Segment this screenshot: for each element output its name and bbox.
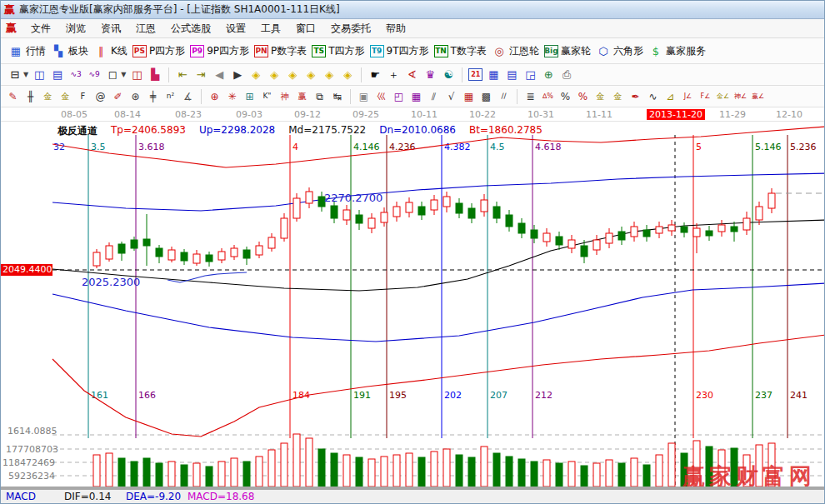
target-red-button[interactable]: ⊕ xyxy=(208,89,222,104)
p-number-table-button[interactable]: PNP数字表 xyxy=(254,44,307,58)
j-angle-button[interactable]: J∠ xyxy=(681,89,695,104)
scale-tool-button[interactable]: ≣ xyxy=(523,89,538,104)
menu-item-6[interactable]: 工具 xyxy=(253,19,288,38)
menu-item-0[interactable]: 文件 xyxy=(23,19,58,38)
next-bar-button[interactable]: ▶ xyxy=(230,67,245,82)
flag-pen-button[interactable]: ✒ xyxy=(628,89,642,104)
percent-button[interactable]: % xyxy=(558,89,572,104)
spiral-button[interactable]: @ xyxy=(93,89,108,104)
check-line-button[interactable]: √ xyxy=(444,89,458,104)
kline-chart-canvas[interactable]: 3.51613.61816641844.1461914.2361954.3822… xyxy=(1,122,825,487)
menu-item-2[interactable]: 资讯 xyxy=(93,19,128,38)
t9-square-button[interactable]: T99T四方形 xyxy=(370,44,429,58)
kline-button[interactable]: ∥K线 xyxy=(93,43,128,58)
menu-item-4[interactable]: 公式选股 xyxy=(163,19,218,38)
menu-item-5[interactable]: 设置 xyxy=(218,19,253,38)
percent-line-button[interactable]: % xyxy=(576,89,590,104)
shift-right-button[interactable]: ◈ xyxy=(267,67,282,82)
compass-circle-button[interactable]: ⊛ xyxy=(128,89,142,104)
wave-angle-button[interactable]: ∿ xyxy=(646,89,660,104)
sector-blocks-button[interactable]: ▚板块 xyxy=(51,43,88,58)
angle-lines-button[interactable]: ⫽ xyxy=(427,89,441,104)
menu-item-3[interactable]: 江恩 xyxy=(128,19,163,38)
expand-all-button[interactable]: ◈ xyxy=(322,67,337,82)
calendar-button[interactable]: 21 xyxy=(468,68,482,81)
k-quote-button[interactable]: K" xyxy=(260,89,274,104)
hexagon-button[interactable]: ⬡六角形 xyxy=(596,43,643,58)
gann-daycount-label: 230 xyxy=(696,390,713,401)
menu-item-9[interactable]: 帮助 xyxy=(378,19,413,38)
gold-angle-button[interactable]: 金∠ xyxy=(716,89,730,104)
t-number-table-button[interactable]: TNT数字表 xyxy=(434,44,487,58)
volume-profile-button[interactable]: ▙ xyxy=(148,67,162,82)
shift-left-button[interactable]: ◈ xyxy=(248,67,263,82)
f-ruler-button[interactable]: F xyxy=(76,89,90,104)
god-grid-button[interactable]: 神 xyxy=(278,89,292,104)
slant-lines-button[interactable]: ∕∕ xyxy=(497,89,511,104)
grid-red-button[interactable]: ▦ xyxy=(462,89,476,104)
analysis-globe-button[interactable]: ⊕ xyxy=(541,67,556,82)
gold-line-button[interactable]: 金 xyxy=(611,89,625,104)
calculator-button[interactable]: ▦ xyxy=(486,67,501,82)
go-first-button[interactable]: ⇤ xyxy=(175,67,190,82)
single-candle-dropdown[interactable]: ◻▼ xyxy=(105,67,126,82)
volume-bar xyxy=(118,458,125,487)
wave-9-button[interactable]: ∿9 xyxy=(87,67,102,82)
menu-item-1[interactable]: 浏览 xyxy=(58,19,93,38)
chart-area[interactable]: 3.51613.61816641844.1461914.2361954.3822… xyxy=(1,122,825,487)
gann-magic-button[interactable]: ♛ xyxy=(422,67,438,82)
win-angle-button[interactable]: 赢∠ xyxy=(751,89,765,104)
save-button[interactable]: ◲ xyxy=(522,67,538,82)
fan-grid-button[interactable]: ▦ xyxy=(409,89,423,104)
win-grid-button[interactable]: 赢 xyxy=(295,89,309,104)
grid-black-button[interactable]: ▩ xyxy=(479,89,493,104)
notes-button[interactable]: ▤ xyxy=(504,67,519,82)
t-square-button[interactable]: TST四方形 xyxy=(312,44,364,58)
angle-measure-button[interactable]: ∢ xyxy=(404,67,419,82)
pen-target-button[interactable]: ✐ xyxy=(111,89,125,104)
gann-wheel-button[interactable]: ◎江恩轮 xyxy=(492,43,539,58)
compress-horizontal-button[interactable]: ◈ xyxy=(303,67,318,82)
prev-bar-button[interactable]: ◀ xyxy=(212,67,227,82)
compress-all-button[interactable]: ◈ xyxy=(340,67,355,82)
brain-analysis-button[interactable]: ☯ xyxy=(441,67,456,82)
target-web-button[interactable]: ✳ xyxy=(225,89,239,104)
tick-ruler-button[interactable]: ╫ xyxy=(23,89,38,104)
menu-item-8[interactable]: 交易委托 xyxy=(323,19,378,38)
n-squared-button[interactable]: n² xyxy=(163,89,178,104)
frame-tool-button[interactable]: ▣ xyxy=(357,89,371,104)
pattern-overlay-button[interactable]: ◫ xyxy=(32,67,47,82)
volume-bar xyxy=(243,462,250,487)
pattern-red-button[interactable]: ◫ xyxy=(129,67,144,82)
gold-gate1-button[interactable]: 金 xyxy=(41,89,55,104)
info-panel-button[interactable]: ▤ xyxy=(50,67,65,82)
status-macd-value: MACD=18.68 xyxy=(188,491,254,502)
expand-horizontal-button[interactable]: ◈ xyxy=(285,67,300,82)
fan-box-button[interactable]: ◰ xyxy=(392,89,406,104)
candle-style-dropdown[interactable]: ⊟▼ xyxy=(8,67,28,82)
winner-wheel-button[interactable]: Big赢家轮 xyxy=(544,44,591,58)
go-last-button[interactable]: ⇥ xyxy=(193,67,208,82)
god-angle-button[interactable]: 神∠ xyxy=(733,89,748,104)
p-square-button[interactable]: PSP四方形 xyxy=(132,44,185,58)
winner-service-button[interactable]: $赢家服务 xyxy=(648,43,706,58)
f-angle-button[interactable]: F∠ xyxy=(698,89,712,104)
fan-red-button[interactable]: 巛 xyxy=(374,89,388,104)
print-button[interactable]: ⎙ xyxy=(559,67,574,82)
angle-tool-button[interactable]: ∡ xyxy=(181,89,195,104)
market-quotes-button[interactable]: ▦行情 xyxy=(8,43,46,58)
target-grid-button[interactable]: ⊞ xyxy=(242,89,257,104)
p9-square-button[interactable]: P99P四方形 xyxy=(190,44,249,58)
draw-pen-button[interactable]: ✎ xyxy=(6,89,20,104)
gold-circle-button[interactable]: 金 xyxy=(593,89,608,104)
hand-drag-button[interactable]: ☛ xyxy=(368,67,382,82)
grid-123-button[interactable]: ⧉ xyxy=(312,89,327,104)
gold-diag-button[interactable]: ⊿ xyxy=(663,89,678,104)
wave-3-button[interactable]: ∿3 xyxy=(68,67,83,82)
span-arrow-button[interactable]: ↹ xyxy=(330,89,344,104)
gold-gate2-button[interactable]: 金 xyxy=(58,89,72,104)
ruler2-button[interactable]: ╪ xyxy=(146,89,160,104)
percent-triangle-button[interactable]: ∆% xyxy=(541,89,555,104)
crosshair-button[interactable]: ＋ xyxy=(386,67,401,82)
menu-item-7[interactable]: 窗口 xyxy=(288,19,323,38)
